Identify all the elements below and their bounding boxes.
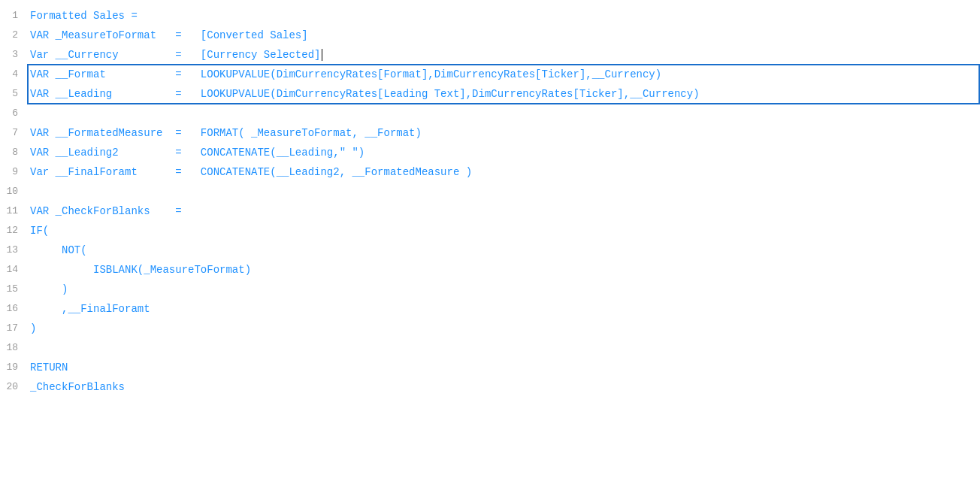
- line-number: 2: [0, 26, 27, 45]
- code-line: 5VAR __Leading = LOOKUPVALUE(DimCurrency…: [0, 84, 980, 104]
- line-content: [27, 338, 980, 358]
- code-line: 8VAR __Leading2 = CONCATENATE(__Leading,…: [0, 143, 980, 162]
- line-number: 20: [0, 377, 27, 397]
- line-content: ISBLANK(_MeasureToFormat): [27, 260, 980, 280]
- line-number: 16: [0, 299, 27, 319]
- line-number: 14: [0, 260, 27, 280]
- line-number: 13: [0, 241, 27, 260]
- code-line: 2VAR _MeasureToFormat = [Converted Sales…: [0, 26, 980, 45]
- line-content: ): [27, 319, 980, 338]
- line-content: _CheckForBlanks: [27, 377, 980, 397]
- line-number: 1: [0, 6, 27, 26]
- line-content: RETURN: [27, 358, 980, 377]
- line-content: VAR _CheckForBlanks =: [27, 201, 980, 221]
- code-line: 3Var __Currency = [Currency Selected]: [0, 45, 980, 65]
- line-number: 12: [0, 221, 27, 241]
- line-content: Formatted Sales =: [27, 6, 980, 26]
- line-number: 17: [0, 319, 27, 338]
- code-line: 16 ,__FinalForamt: [0, 299, 980, 319]
- code-line: 4VAR __Format = LOOKUPVALUE(DimCurrencyR…: [0, 65, 980, 84]
- code-line: 19RETURN: [0, 358, 980, 377]
- code-editor[interactable]: 1Formatted Sales =2VAR _MeasureToFormat …: [0, 0, 980, 478]
- line-number: 6: [0, 104, 27, 123]
- line-content: VAR __Leading = LOOKUPVALUE(DimCurrencyR…: [27, 84, 980, 104]
- line-content: VAR __FormatedMeasure = FORMAT( _Measure…: [27, 123, 980, 143]
- code-line: 6: [0, 104, 980, 123]
- line-content: VAR __Format = LOOKUPVALUE(DimCurrencyRa…: [27, 65, 980, 84]
- line-content: VAR _MeasureToFormat = [Converted Sales]: [27, 26, 980, 45]
- line-content: Var __FinalForamt = CONCATENATE(__Leadin…: [27, 162, 980, 182]
- line-number: 10: [0, 182, 27, 201]
- line-number: 7: [0, 123, 27, 143]
- line-number: 11: [0, 201, 27, 221]
- line-content: Var __Currency = [Currency Selected]: [27, 45, 980, 65]
- code-line: 1Formatted Sales =: [0, 6, 980, 26]
- line-content: ,__FinalForamt: [27, 299, 980, 319]
- line-number: 18: [0, 338, 27, 358]
- line-number: 9: [0, 162, 27, 182]
- code-line: 9Var __FinalForamt = CONCATENATE(__Leadi…: [0, 162, 980, 182]
- code-line: 13 NOT(: [0, 241, 980, 260]
- code-line: 12IF(: [0, 221, 980, 241]
- line-number: 3: [0, 45, 27, 65]
- line-number: 8: [0, 143, 27, 162]
- line-content: NOT(: [27, 241, 980, 260]
- line-content: IF(: [27, 221, 980, 241]
- line-number: 19: [0, 358, 27, 377]
- text-cursor: [322, 49, 322, 61]
- line-number: 5: [0, 84, 27, 104]
- line-content: [27, 182, 980, 201]
- line-content: VAR __Leading2 = CONCATENATE(__Leading,"…: [27, 143, 980, 162]
- line-number: 4: [0, 65, 27, 84]
- code-line: 18: [0, 338, 980, 358]
- line-number: 15: [0, 280, 27, 299]
- code-line: 7VAR __FormatedMeasure = FORMAT( _Measur…: [0, 123, 980, 143]
- code-line: 17): [0, 319, 980, 338]
- code-line: 20_CheckForBlanks: [0, 377, 980, 397]
- line-content: [27, 104, 980, 123]
- code-line: 15 ): [0, 280, 980, 299]
- code-line: 14 ISBLANK(_MeasureToFormat): [0, 260, 980, 280]
- code-line: 10: [0, 182, 980, 201]
- line-content: ): [27, 280, 980, 299]
- code-line: 11VAR _CheckForBlanks =: [0, 201, 980, 221]
